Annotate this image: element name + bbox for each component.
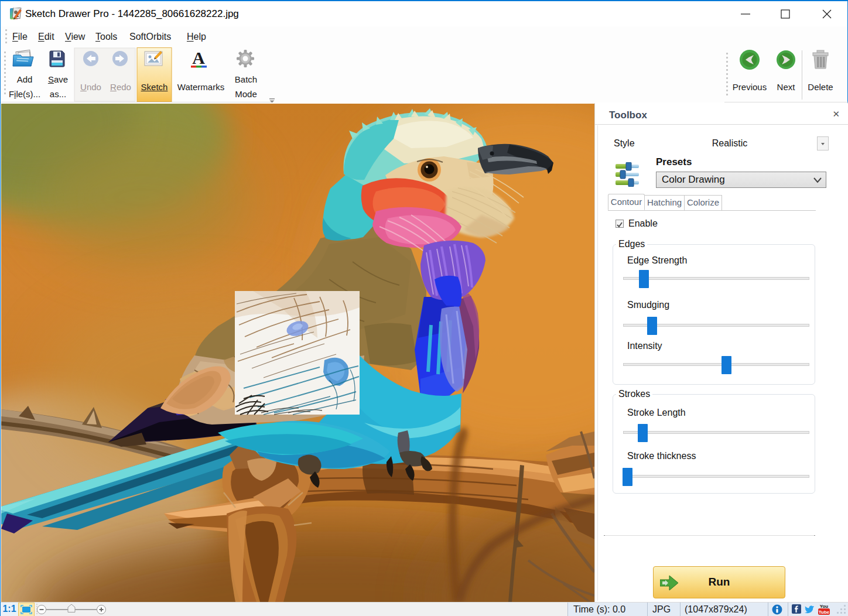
svg-text:Tube: Tube	[819, 610, 830, 615]
svg-text:A: A	[192, 48, 205, 67]
svg-text:You: You	[820, 604, 829, 609]
